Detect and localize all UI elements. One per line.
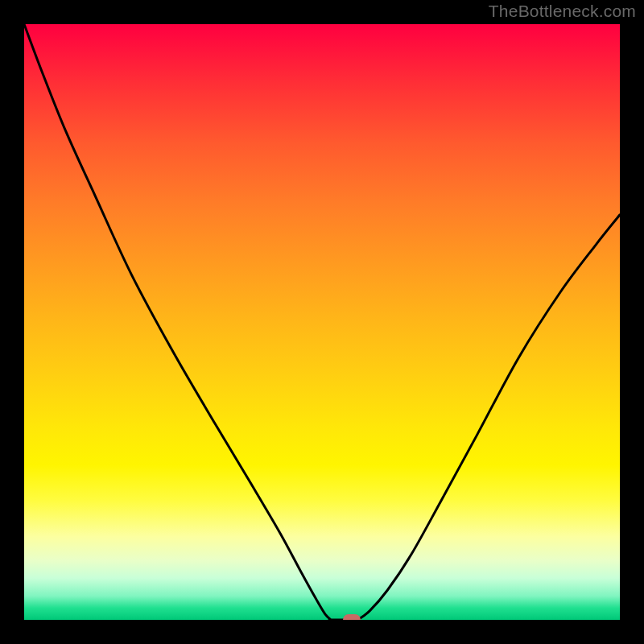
plot-area — [24, 24, 620, 620]
curve-path — [24, 24, 620, 620]
watermark-text: TheBottleneck.com — [489, 2, 636, 21]
chart-frame: TheBottleneck.com — [0, 0, 644, 644]
optimal-marker — [343, 614, 361, 620]
bottleneck-curve — [24, 24, 620, 620]
